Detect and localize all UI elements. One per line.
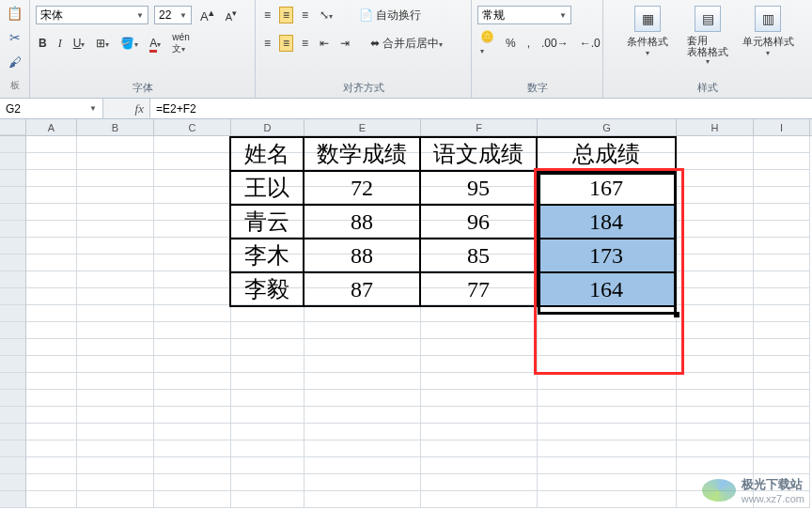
align-middle-button[interactable]: ≡ [279,7,293,23]
decrease-indent-button[interactable]: ⇤ [317,36,332,51]
paste-icon[interactable]: 📋 [7,6,23,21]
cell-styles-button[interactable]: ▥ 单元格样式▾ [742,4,794,79]
cut-icon[interactable]: ✂ [9,30,21,45]
phonetic-button[interactable]: wén文▾ [169,31,192,56]
table-format-icon: ▤ [695,6,721,32]
formula-bar: G2▼ fx =E2+F2 [0,99,812,119]
align-right-button[interactable]: ≡ [299,36,311,51]
align-bottom-button[interactable]: ≡ [299,8,311,23]
watermark-url: www.xz7.com [742,493,804,504]
col-header[interactable]: C [154,119,231,135]
watermark: 极光下载站 www.xz7.com [702,476,804,504]
header-name[interactable]: 姓名 [230,137,304,171]
formula-input[interactable]: =E2+F2 [150,99,812,118]
alignment-group-label: 对齐方式 [261,79,465,98]
orientation-button[interactable]: ⤡▾ [317,8,336,23]
chevron-down-icon: ▼ [559,11,567,20]
align-top-button[interactable]: ≡ [261,8,273,23]
table-row: 李木 88 85 173 [230,239,676,272]
number-group-label: 数字 [477,79,597,98]
table-row: 李毅 87 77 164 [230,272,676,306]
header-total[interactable]: 总成绩 [537,137,676,171]
watermark-logo-icon [702,479,736,502]
font-group-label: 字体 [36,79,249,98]
wrap-text-button[interactable]: 📄 自动换行 [356,7,424,24]
col-header[interactable]: E [304,119,421,135]
decrease-font-button[interactable]: A▾ [223,7,240,23]
font-group: 宋体▼ 22▼ A▴ A▾ B I U▾ ⊞▾ 🪣▾ A▾ wén文▾ [30,0,256,98]
quick-access-toolbar: 📋 ✂ 🖌 板 [0,0,30,98]
number-group: 常规▼ 🪙▾ % , .00→ ←.0 数字 [472,0,603,98]
format-painter-icon[interactable]: 🖌 [8,54,22,70]
number-format-combo[interactable]: 常规▼ [477,6,571,24]
currency-button[interactable]: 🪙▾ [477,29,497,57]
merge-center-button[interactable]: ⬌ 合并后居中▾ [367,35,445,53]
underline-button[interactable]: U▾ [70,36,88,51]
chevron-down-icon: ▼ [180,11,187,20]
formula-fx-area: fx [103,99,150,118]
select-all-corner[interactable] [0,119,26,135]
font-name-combo[interactable]: 宋体▼ [36,6,148,24]
fill-color-button[interactable]: 🪣▾ [117,36,141,51]
font-color-button[interactable]: A▾ [147,36,164,51]
chevron-down-icon: ▼ [136,11,144,20]
worksheet[interactable]: A B C D E F G H I // placeholder: real r… [0,119,812,508]
italic-button[interactable]: I [55,36,65,52]
data-table[interactable]: 姓名 数学成绩 语文成绩 总成绩 王以 72 95 167 青云 88 96 1… [229,136,677,307]
col-header[interactable]: B [77,119,154,135]
cell-G2-active[interactable]: 167 [537,171,676,205]
increase-indent-button[interactable]: ⇥ [337,36,352,51]
fill-handle[interactable] [674,312,679,317]
name-box[interactable]: G2▼ [0,99,103,118]
percent-button[interactable]: % [503,36,519,51]
conditional-format-icon: ▦ [634,6,661,32]
font-size-combo[interactable]: 22▼ [154,6,192,24]
header-math[interactable]: 数学成绩 [304,137,420,171]
increase-font-button[interactable]: A▴ [197,6,217,24]
format-as-table-button[interactable]: ▤ 套用 表格格式▾ [681,4,734,79]
cell-styles-icon: ▥ [755,6,781,32]
align-center-button[interactable]: ≡ [279,35,293,52]
col-header[interactable]: F [421,119,538,135]
col-header[interactable]: I [754,119,810,135]
col-header[interactable]: H [677,119,754,135]
watermark-text: 极光下载站 [742,476,804,493]
bold-button[interactable]: B [36,36,50,51]
col-header[interactable]: A [26,119,77,135]
comma-button[interactable]: , [524,36,533,51]
styles-group: ▦ 条件格式▾ ▤ 套用 表格格式▾ ▥ 单元格样式▾ 样式 [603,0,812,98]
border-button[interactable]: ⊞▾ [93,36,112,51]
align-left-button[interactable]: ≡ [261,36,273,51]
conditional-format-button[interactable]: ▦ 条件格式▾ [621,4,674,79]
increase-decimal-button[interactable]: .00→ [539,36,571,51]
fx-icon[interactable]: fx [135,101,144,116]
decrease-decimal-button[interactable]: ←.0 [577,36,603,51]
table-row: 王以 72 95 167 [230,171,676,205]
chevron-down-icon: ▼ [89,104,97,113]
header-chinese[interactable]: 语文成绩 [420,137,537,171]
table-row: 青云 88 96 184 [230,205,676,239]
qat-label: 板 [10,79,20,92]
styles-group-label: 样式 [609,79,806,98]
col-header[interactable]: G [538,119,677,135]
column-headers: A B C D E F G H I [0,119,812,136]
alignment-group: ≡ ≡ ≡ ⤡▾ 📄 自动换行 ≡ ≡ ≡ ⇤ ⇥ ⬌ 合并后居中▾ 对齐 [256,0,472,98]
col-header[interactable]: D [231,119,304,135]
ribbon: 📋 ✂ 🖌 板 宋体▼ 22▼ A▴ A▾ B I [0,0,812,99]
